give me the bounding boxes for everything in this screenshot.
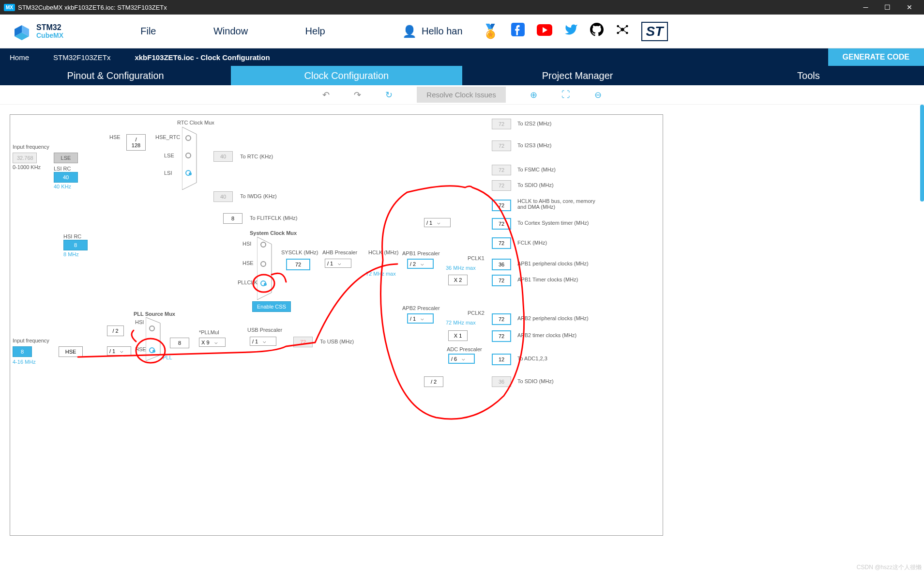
fsmc-output: 72	[492, 165, 511, 175]
fit-icon[interactable]: ⛶	[561, 90, 570, 100]
crumb-home[interactable]: Home	[0, 48, 39, 66]
github-icon[interactable]	[590, 23, 604, 40]
input-freq-lse-label: Input frequency	[13, 144, 49, 150]
hclk-output[interactable]: 72	[492, 200, 511, 211]
cortex-output[interactable]: 72	[492, 218, 511, 230]
apb1-periph-label: APB1 peripheral clocks (MHz)	[517, 261, 589, 266]
reset-icon[interactable]: ↻	[385, 90, 393, 100]
menu-window[interactable]: Window	[213, 26, 248, 37]
pll-mux-hse-radio[interactable]	[149, 347, 155, 353]
tab-tools[interactable]: Tools	[693, 66, 924, 85]
watermark: CSDN @hszz这个人很懒	[857, 563, 922, 572]
menu-help[interactable]: Help	[305, 26, 325, 37]
sys-mux-hse-radio[interactable]	[260, 261, 266, 267]
fclk-output[interactable]: 72	[492, 237, 511, 249]
user-greeting: Hello han	[422, 26, 463, 37]
sys-mux-hsi-radio[interactable]	[260, 242, 266, 248]
usb-presc-select[interactable]: / 1	[250, 337, 276, 346]
apb2-presc-select[interactable]: / 1	[407, 313, 434, 324]
pll-src-mux-label: PLL Source Mux	[134, 311, 175, 317]
usb-presc-label: USB Prescaler	[247, 327, 282, 333]
apb2-timer-output[interactable]: 72	[492, 330, 511, 342]
i2s2-label: To I2S2 (MHz)	[517, 121, 551, 126]
apb1-periph-output[interactable]: 36	[492, 259, 511, 270]
hand-annotation	[10, 115, 663, 535]
apb2-periph-output[interactable]: 72	[492, 313, 511, 325]
st-logo[interactable]: ST	[641, 22, 668, 41]
enable-css-button[interactable]: Enable CSS	[252, 301, 291, 312]
scrollbar[interactable]	[920, 105, 924, 202]
hse-div-select[interactable]: / 1	[107, 346, 131, 356]
hclk-label: HCLK (MHz)	[368, 249, 398, 255]
hse-rtc-label: HSE_RTC	[155, 134, 180, 140]
svg-line-14	[622, 30, 627, 33]
apb1-timer-output[interactable]: 72	[492, 275, 511, 286]
user-section[interactable]: 👤 Hello han	[402, 25, 463, 38]
rtc-mux-hse-radio[interactable]	[185, 135, 191, 141]
clock-diagram[interactable]: Input frequency 32.768 0-1000 KHz LSE LS…	[10, 114, 663, 536]
sys-mux-label: System Clock Mux	[250, 230, 297, 236]
ahb-presc-label: AHB Prescaler	[322, 249, 357, 255]
twitter-icon[interactable]	[564, 23, 578, 40]
pllmul-label: *PLLMul	[199, 329, 219, 335]
apb1-presc-select[interactable]: / 2	[407, 259, 434, 269]
pll-mux-hsi-radio[interactable]	[149, 326, 155, 331]
sys-hsi-label: HSI	[242, 241, 251, 247]
zoom-in-icon[interactable]: ⊕	[530, 90, 537, 100]
sdio1-output: 72	[492, 180, 511, 191]
adc-output[interactable]: 12	[492, 354, 511, 365]
app-badge: MX	[4, 4, 15, 11]
lsi-rc-label: LSI RC	[54, 166, 71, 171]
redo-icon[interactable]: ↷	[354, 90, 361, 100]
pclk2-max: 72 MHz max	[446, 320, 476, 326]
cortex-label: To Cortex System timer (MHz)	[517, 220, 589, 226]
hsi-rc-label: HSI RC	[63, 233, 81, 239]
toolbar: ↶ ↷ ↻ Resolve Clock Issues ⊕ ⛶ ⊖	[0, 85, 924, 105]
apb1-presc-label: APB1 Prescaler	[402, 250, 440, 256]
adc-presc-label: ADC Prescaler	[447, 346, 482, 352]
pllmul-select[interactable]: X 9	[199, 338, 226, 347]
hse-freq-input[interactable]: 8	[13, 346, 32, 357]
zoom-out-icon[interactable]: ⊖	[594, 90, 602, 100]
facebook-icon[interactable]	[511, 23, 525, 40]
sysclk-label: SYSCLK (MHz)	[281, 249, 318, 255]
fclk-label: FCLK (MHz)	[517, 240, 547, 246]
crumb-file[interactable]: xkbF103ZET6.ioc - Clock Configuration	[120, 48, 279, 66]
community-icon[interactable]	[616, 23, 629, 40]
hse-range: 4-16 MHz	[13, 359, 36, 365]
menu-file[interactable]: File	[140, 26, 156, 37]
minimize-button[interactable]: ─	[855, 0, 877, 15]
tab-pinout[interactable]: Pinout & Configuration	[0, 66, 231, 85]
apb2-periph-label: APB2 peripheral clocks (MHz)	[517, 315, 589, 321]
lse-box[interactable]: LSE	[54, 153, 78, 163]
adc-label: To ADC1,2,3	[517, 356, 547, 361]
sysclk-input[interactable]: 72	[286, 259, 310, 270]
usb-output: 72	[293, 337, 313, 347]
pclk2-label: PCLK2	[468, 310, 485, 316]
anniversary-icon[interactable]: 🏅	[482, 23, 499, 39]
tab-project[interactable]: Project Manager	[462, 66, 693, 85]
cortex-div-select[interactable]: / 1	[424, 218, 451, 227]
sdio2-label: To SDIO (MHz)	[517, 378, 554, 384]
tab-clock[interactable]: Clock Configuration	[231, 66, 462, 85]
pll-div2: / 2	[107, 326, 124, 336]
close-button[interactable]: ✕	[898, 0, 920, 15]
rtc-mux-lsi-radio[interactable]	[185, 170, 191, 176]
lse-freq-input[interactable]: 32.768	[13, 153, 37, 163]
maximize-button[interactable]: ☐	[877, 0, 898, 15]
crumb-device[interactable]: STM32F103ZETx	[39, 48, 120, 66]
youtube-icon[interactable]	[537, 24, 552, 39]
pll-hse-label: HSE	[135, 346, 146, 352]
resolve-clock-button[interactable]: Resolve Clock Issues	[417, 87, 505, 103]
adc-presc-select[interactable]: / 6	[448, 354, 475, 364]
hse-box[interactable]: HSE	[59, 346, 83, 357]
hse-line-label: HSE	[109, 134, 121, 140]
sys-mux-pllclk-radio[interactable]	[260, 280, 266, 286]
ahb-max: 72 MHz max	[366, 271, 396, 277]
ahb-presc-select[interactable]: / 1	[325, 259, 351, 268]
undo-icon[interactable]: ↶	[322, 90, 330, 100]
pll-hsi-label: HSI	[135, 319, 144, 325]
generate-code-button[interactable]: GENERATE CODE	[828, 48, 924, 66]
rtc-mux-lse-radio[interactable]	[185, 153, 191, 158]
to-rtc-label: To RTC (KHz)	[240, 154, 273, 159]
